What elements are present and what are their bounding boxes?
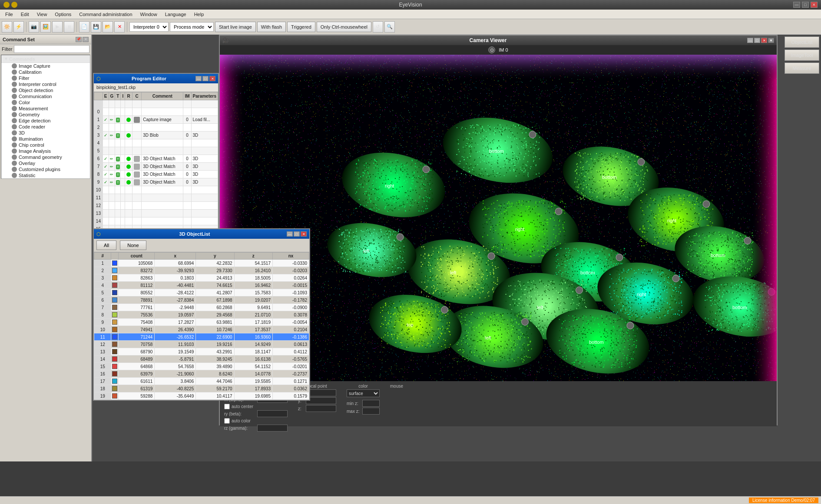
window-controls[interactable]: — □ ✕ <box>793 2 818 8</box>
pe-row[interactable]: 7✓✏T3D Object Match03D <box>94 163 218 171</box>
pe-row[interactable]: 8✓✏T3D Object Match03D <box>94 171 218 178</box>
cv-minimize[interactable]: — <box>747 38 753 43</box>
pe-row[interactable]: 1✓✏TCapture image0Load fil... <box>94 116 218 124</box>
menu-item-window[interactable]: Window <box>137 11 161 18</box>
pe-row[interactable]: 4 <box>94 139 218 147</box>
tree-item-command-geometry[interactable]: Command geometry <box>1 154 90 160</box>
ol-row[interactable]: 110506868.699442.283254.1517-0.0330 <box>94 260 309 267</box>
pe-row[interactable]: 0 <box>94 108 218 116</box>
min-z-input[interactable]: 0 <box>362 400 380 407</box>
menu-item-command-administration[interactable]: Command administration <box>76 11 136 18</box>
ol-row[interactable]: 678891-27.838467.189819.0207-0.1782 <box>94 296 309 304</box>
ol-row[interactable]: 1663979-21.90608.624014.0778-0.2737 <box>94 370 309 378</box>
ry-input[interactable]: -1.97498 <box>257 410 288 417</box>
ol-table-wrap[interactable]: # count x y z nx 110506868.699442.283254… <box>94 252 309 400</box>
pe-minimize[interactable]: — <box>195 76 202 81</box>
ol-minimize[interactable]: — <box>287 231 293 237</box>
focal-y-input[interactable]: 45.3449 <box>306 397 336 404</box>
cv-close[interactable]: ✕ <box>761 38 767 43</box>
tb-icon-3[interactable]: 📷 <box>29 21 39 33</box>
rz-input[interactable]: 0.312996 <box>257 425 288 432</box>
triggered-btn[interactable]: Triggered <box>287 22 315 32</box>
tree-item-color[interactable]: Color <box>1 99 90 105</box>
auto-color-check[interactable] <box>224 418 230 424</box>
ctrl-mouse-btn[interactable]: Only Ctrl-mousewheel <box>317 22 371 32</box>
image-tool-btn[interactable]: ImageTool <box>785 49 819 61</box>
ol-row[interactable]: 1171244-26.653222.690016.9360-0.1386 <box>94 333 309 341</box>
pe-row[interactable]: 2 <box>94 124 218 132</box>
close-btn[interactable]: ✕ <box>811 2 818 8</box>
tb-icon-x[interactable]: ✕ <box>114 21 125 33</box>
tree-item-edge-detection[interactable]: Edge detection <box>1 118 90 124</box>
tree-item-3d[interactable]: 3D <box>1 130 90 136</box>
pe-row[interactable]: 5 <box>94 147 218 155</box>
pe-row[interactable]: 13 <box>94 210 218 217</box>
interpreter-select[interactable]: Interpreter 0 <box>129 22 169 32</box>
ol-row[interactable]: 1468489-5.879138.924516.6138-0.5765 <box>94 356 309 363</box>
ol-row[interactable]: 107494126.439010.724617.35370.2104 <box>94 326 309 333</box>
pe-row[interactable]: 11 <box>94 194 218 202</box>
menu-item-file[interactable]: File <box>2 11 17 18</box>
tree-item-customized-plugins[interactable]: Customized plugins <box>1 166 90 172</box>
menu-item-edit[interactable]: Edit <box>17 11 33 18</box>
ol-none-btn[interactable]: None <box>120 240 146 250</box>
pe-row[interactable] <box>94 100 218 108</box>
tree-item-object-detection[interactable]: Object detection <box>1 87 90 93</box>
auto-center-check[interactable] <box>224 404 230 409</box>
max-z-input[interactable]: 40 <box>362 408 380 415</box>
tb-icon-6[interactable]: ⏸ <box>64 21 74 33</box>
tree-item-code-reader[interactable]: Code reader <box>1 124 90 130</box>
measure-btn[interactable]: Measure <box>785 63 819 74</box>
tb-icon-8[interactable]: 💾 <box>91 21 101 33</box>
tree-item-geometry[interactable]: Geometry <box>1 112 90 118</box>
tree-item-image-analysis[interactable]: Image Analysis <box>1 148 90 154</box>
ol-row[interactable]: 156486854.765839.489054.1152-0.0201 <box>94 363 309 370</box>
tree-item-statistic[interactable]: Statistic <box>1 172 90 178</box>
menu-item-help[interactable]: Help <box>191 11 208 18</box>
ol-row[interactable]: 127075811.910319.921614.92490.0613 <box>94 341 309 348</box>
cmd-set-pin[interactable]: 📌 <box>76 37 82 42</box>
pe-row[interactable]: 12 <box>94 202 218 210</box>
focal-x-input[interactable]: -4.45943 <box>306 389 336 396</box>
tb-icon-7[interactable]: 📄 <box>79 21 89 33</box>
ol-all-btn[interactable]: All <box>96 240 116 250</box>
tree-item-calibration[interactable]: Calibration <box>1 69 90 75</box>
commands-group[interactable]: ▾ Commands <box>1 55 90 63</box>
cmd-set-close[interactable]: ✕ <box>83 37 89 42</box>
ol-row[interactable]: 3828630.180324.491318.50050.0264 <box>94 274 309 282</box>
ol-close[interactable]: ✕ <box>301 231 307 237</box>
ol-row[interactable]: 17616113.840644.704619.55850.1271 <box>94 378 309 385</box>
tb-refresh[interactable]: ↺ <box>373 21 383 33</box>
tree-item-illumination[interactable]: Illumination <box>1 136 90 142</box>
pe-row[interactable]: 9✓✏T3D Object Match03D <box>94 178 218 186</box>
menu-item-view[interactable]: View <box>33 11 51 18</box>
menu-item-language[interactable]: Language <box>162 11 190 18</box>
ol-row[interactable]: 1959288-35.644910.411719.69850.1579 <box>94 392 309 400</box>
tb-zoom[interactable]: 🔍 <box>384 21 395 33</box>
ol-row[interactable]: 1861319-40.822559.217017.89330.0362 <box>94 385 309 392</box>
ol-row[interactable]: 204158221.255578.171015.47320.2394 <box>94 400 309 400</box>
focal-z-input[interactable]: 14.0644 <box>306 405 336 412</box>
tree-item-image-capture[interactable]: Image Capture <box>1 63 90 69</box>
tree-item-overlay[interactable]: Overlay <box>1 160 90 166</box>
minimize-btn[interactable]: — <box>793 2 800 8</box>
tree-item-filter[interactable]: Filter <box>1 75 90 81</box>
tree-item-measurement[interactable]: Measurement <box>1 105 90 112</box>
pe-row[interactable]: 10 <box>94 186 218 194</box>
ol-row[interactable]: 97540817.282763.988117.1819-0.0054 <box>94 319 309 326</box>
with-flash-btn[interactable]: With flash <box>257 22 286 32</box>
menu-item-options[interactable]: Options <box>51 11 75 18</box>
tree-item-interpreter-control[interactable]: Interpreter control <box>1 81 90 87</box>
maximize-btn[interactable]: □ <box>802 2 809 8</box>
pe-close[interactable]: ✕ <box>209 76 215 81</box>
pe-row[interactable]: 14 <box>94 217 218 225</box>
ol-maximize[interactable]: □ <box>294 231 300 237</box>
color-select[interactable]: surface <box>347 389 380 397</box>
pe-maximize[interactable]: □ <box>202 76 209 81</box>
process-mode-select[interactable]: Process mode <box>170 22 214 32</box>
cv-extra[interactable]: ▼ <box>768 38 774 43</box>
object-list-btn[interactable]: ObjectList <box>785 36 819 48</box>
ol-row[interactable]: 87553619.059729.456821.07100.3078 <box>94 311 309 319</box>
tb-icon-4[interactable]: 🖼️ <box>40 21 51 33</box>
ol-row[interactable]: 283272-39.929329.733016.2410-0.0203 <box>94 267 309 274</box>
